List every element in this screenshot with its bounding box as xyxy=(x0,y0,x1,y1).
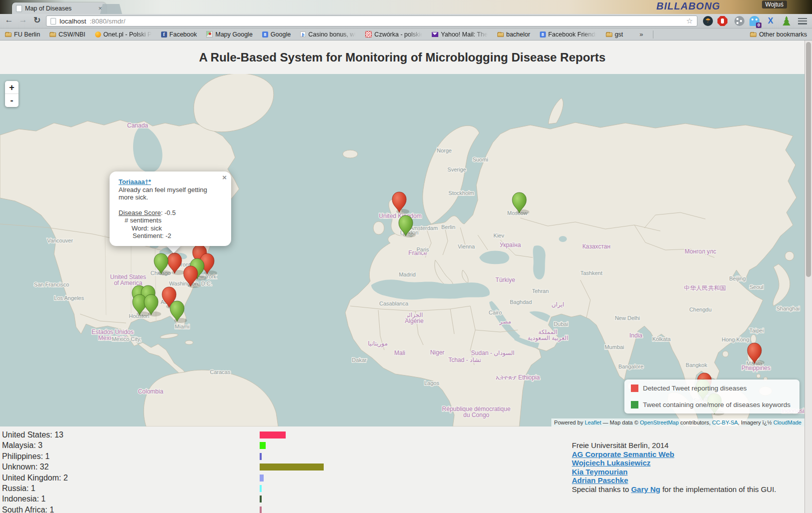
adblock-stop-extension-icon[interactable] xyxy=(717,16,727,26)
bookmark-item[interactable]: CSW/NBI xyxy=(50,31,85,38)
map-label: Niger xyxy=(430,349,445,356)
credit-link[interactable]: Kia Teymourian xyxy=(572,468,627,476)
screen: BILLABONG Wojtuś Map of Diseases × ← → ↻… xyxy=(0,0,812,513)
bookmark-item[interactable]: fFacebook xyxy=(161,31,197,38)
bookmark-label: gst xyxy=(615,31,623,38)
browser-tab[interactable]: Map of Diseases × xyxy=(12,2,106,14)
bookmark-label: Facebook Friends xyxy=(548,31,596,38)
map-label: San Francisco xyxy=(34,282,69,288)
credits-thanks-line: Special thanks to Gary Ng for the implem… xyxy=(572,485,776,494)
stat-row-bar xyxy=(260,432,286,438)
legend-item: Detected Tweet reporting diseases xyxy=(631,384,793,392)
zoom-out-button[interactable]: - xyxy=(5,94,19,107)
url-bar[interactable]: localhost :8080/smdr/ ☆ xyxy=(46,16,697,26)
popup-tweet-text: Already can feel myself getting more sic… xyxy=(119,186,222,202)
map-label: Casablanca xyxy=(379,300,409,306)
stat-row-bar xyxy=(260,453,262,460)
popup-sentiment-line: Sentiment: -2 xyxy=(119,232,222,240)
popup-close-icon[interactable]: × xyxy=(222,174,227,182)
legend-item: Tweet containing one/more of diseases ke… xyxy=(631,401,793,408)
attribution-text: contributors, xyxy=(679,420,712,426)
map-label: Chengdu xyxy=(689,306,712,312)
popup-sentiments-label: # sentiments xyxy=(119,216,222,224)
map-label: مصر xyxy=(499,318,511,326)
tab-title: Map of Diseases xyxy=(25,5,95,12)
bookmark-item[interactable]: Czwórka - polskie xyxy=(365,31,422,38)
google-icon: 8 xyxy=(540,32,546,38)
google-icon: 8 xyxy=(262,32,268,38)
map-svg: CanadaUnited Statesof AmericaEstados Uni… xyxy=(0,74,804,426)
bookmark-item[interactable]: FU Berlin xyxy=(5,31,40,38)
attribution-link[interactable]: OpenStreetMap xyxy=(640,420,679,426)
map-label: الجزائرAlgérie xyxy=(405,312,424,324)
stat-row-label: United States: 13 xyxy=(2,430,64,440)
onet-icon xyxy=(95,32,101,38)
legend-swatch xyxy=(631,401,638,408)
map-label: Tehran xyxy=(532,288,549,294)
map-label: Cairo xyxy=(489,310,502,316)
ghostery-extension-icon[interactable]: 0 xyxy=(749,16,759,26)
map-label: Berlin xyxy=(441,224,455,230)
attribution-link[interactable]: CloudMade xyxy=(773,420,801,426)
map-label: Seoul xyxy=(749,284,763,290)
attribution-link[interactable]: Leaflet xyxy=(585,420,601,426)
bookmark-item[interactable]: gst xyxy=(606,31,623,38)
tree-extension-icon[interactable] xyxy=(781,16,791,26)
x-extension-icon[interactable]: X xyxy=(765,16,775,26)
stat-row-label: United Kingdom: 2 xyxy=(2,474,68,482)
bookmark-star-icon[interactable]: ☆ xyxy=(686,16,693,26)
credit-link[interactable]: Wojciech Lukasiewicz xyxy=(572,458,650,467)
facebook-icon: f xyxy=(161,32,167,38)
bookmark-label: Facebook xyxy=(170,31,197,38)
new-tab-button[interactable] xyxy=(100,4,122,14)
zoom-in-button[interactable]: + xyxy=(5,81,19,94)
menu-hamburger-icon[interactable] xyxy=(798,18,807,24)
map-label: Bangalore xyxy=(618,364,643,370)
bookmarks-overflow-chevron[interactable]: » xyxy=(639,30,643,38)
folder-icon xyxy=(497,32,504,37)
bookmark-item[interactable]: 8Facebook Friends xyxy=(540,31,596,38)
casino-icon: b xyxy=(300,32,306,37)
popup-username-link[interactable]: Toriaaaa†* xyxy=(119,178,151,186)
map-canvas[interactable]: CanadaUnited Statesof AmericaEstados Uni… xyxy=(0,74,804,426)
stat-row-label: South Africa: 1 xyxy=(2,506,54,513)
folder-icon xyxy=(750,32,756,37)
credit-link[interactable]: Adrian Paschke xyxy=(572,476,628,484)
gary-ng-link[interactable]: Gary Ng xyxy=(631,485,660,494)
map-label: Taipei xyxy=(749,328,764,334)
map-label: Norge xyxy=(437,148,452,154)
map-label: Dakar xyxy=(352,357,367,363)
parasol-extension-icon[interactable]: ☂ xyxy=(703,16,713,26)
browser-toolbar: ← → ↻ localhost :8080/smdr/ ☆ ☂ 0 X xyxy=(0,14,812,28)
scrollbar-thumb[interactable] xyxy=(806,42,811,277)
forward-button[interactable]: → xyxy=(17,15,29,25)
map-zoom-control: + - xyxy=(5,81,19,107)
back-button[interactable]: ← xyxy=(3,15,15,25)
czworka-icon xyxy=(365,31,372,38)
attribution-link[interactable]: CC-BY-SA xyxy=(712,420,738,426)
map-label: Canada xyxy=(127,122,148,129)
map-label: Shanghai xyxy=(776,306,800,312)
bookmark-item[interactable]: bCasino bonus, wi xyxy=(300,31,356,38)
bookmark-item[interactable]: Onet.pl - Polski P xyxy=(95,31,152,38)
bookmark-item[interactable]: 8Google xyxy=(262,31,291,38)
stat-row-label: Unknown: 32 xyxy=(2,462,49,472)
bookmark-label: Yahoo! Mail: The xyxy=(441,31,487,38)
legend-label: Tweet containing one/more of diseases ke… xyxy=(643,401,790,408)
bookmark-item[interactable]: Mapy Google xyxy=(206,31,252,38)
bookmark-item[interactable]: Yahoo! Mail: The xyxy=(432,31,487,38)
credit-link[interactable]: AG Corporate Semantic Web xyxy=(572,450,674,458)
bookmark-label: FU Berlin xyxy=(14,31,40,38)
other-bookmarks-button[interactable]: Other bookmarks xyxy=(750,31,807,38)
reload-button[interactable]: ↻ xyxy=(31,15,43,26)
map-label: Suomi xyxy=(472,156,488,162)
bookmark-item[interactable]: bachelor xyxy=(497,31,530,38)
share-extension-icon[interactable] xyxy=(734,16,744,26)
bookmark-label: bachelor xyxy=(506,31,530,38)
map-label: Bangkok xyxy=(686,362,707,368)
page-scrollbar[interactable] xyxy=(804,40,812,513)
map-label: Vienna xyxy=(458,244,475,250)
credits-block: Freie Universität Berlin, 2014 AG Corpor… xyxy=(572,441,776,494)
maps-icon xyxy=(206,31,213,38)
map-label: Sudan - السودان xyxy=(471,350,515,357)
